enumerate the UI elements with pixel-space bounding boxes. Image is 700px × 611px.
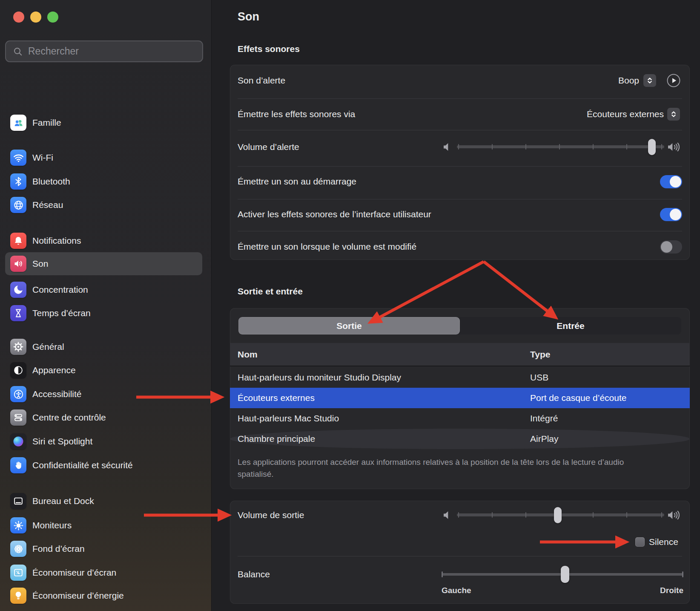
speaker-low-icon: [441, 141, 454, 153]
tab-entree[interactable]: Entrée: [557, 321, 584, 331]
sidebar-item-bluetooth[interactable]: Bluetooth: [0, 170, 202, 193]
output-input-segmented-control: Sortie Entrée: [238, 317, 681, 334]
play-alert-sound-button[interactable]: [667, 74, 680, 87]
sidebar-item-label: Économiseur d’écran: [32, 568, 116, 578]
table-row-studio-display[interactable]: Haut-parleurs du moniteur Studio Display…: [230, 367, 690, 388]
device-name: Haut-parleurs Mac Studio: [238, 413, 339, 424]
speaker-loud-icon: [667, 141, 684, 153]
sidebar-item-temps-ecran[interactable]: Temps d’écran: [0, 302, 202, 325]
sidebar-item-label: Famille: [32, 118, 61, 128]
sidebar-item-fond-ecran[interactable]: Fond d’écran: [0, 537, 202, 560]
sidebar-item-label: Apparence: [32, 365, 76, 375]
volume-de-sortie-label: Volume de sortie: [238, 510, 304, 520]
separator: [238, 98, 682, 99]
column-header-type: Type: [530, 349, 550, 360]
silence-checkbox[interactable]: [635, 537, 645, 547]
separator: [238, 231, 682, 231]
bulb-icon: [10, 588, 26, 604]
toggles-icon: [10, 409, 26, 426]
sidebar-item-siri-spotlight[interactable]: Siri et Spotlight: [0, 430, 202, 453]
search-icon: [13, 46, 23, 57]
separator: [238, 199, 682, 199]
output-volume-slider-thumb[interactable]: [554, 507, 562, 523]
sidebar-item-centre-controle[interactable]: Centre de contrôle: [0, 406, 202, 429]
sidebar-item-confidentialite[interactable]: Confidentialité et sécurité: [0, 454, 202, 477]
separator: [238, 166, 682, 167]
balance-slider-thumb[interactable]: [561, 566, 569, 583]
spatial-audio-footnote: Les applications pourront accéder aux in…: [238, 456, 636, 480]
accessibility-icon: [10, 386, 26, 402]
alert-sound-stepper[interactable]: [643, 74, 656, 87]
device-name: Haut-parleurs du moniteur Studio Display: [238, 372, 401, 383]
speaker-loud-icon: [667, 509, 684, 522]
device-type: USB: [530, 372, 548, 383]
sidebar: Rechercher Famille Wi-Fi Bluetooth: [0, 0, 212, 611]
table-row-mac-studio[interactable]: Haut-parleurs Mac Studio Intégré: [230, 408, 690, 429]
sidebar-item-economiseur-energie[interactable]: Économiseur d’énergie: [0, 584, 202, 607]
device-type: AirPlay: [530, 434, 559, 444]
sidebar-item-son[interactable]: Son: [5, 252, 202, 275]
table-header-row: Nom Type: [230, 343, 690, 366]
sidebar-item-accessibilite[interactable]: Accessibilité: [0, 383, 202, 406]
sidebar-item-reseau[interactable]: Réseau: [0, 193, 202, 216]
hand-icon: [10, 457, 26, 473]
sidebar-item-apparence[interactable]: Apparence: [0, 359, 202, 382]
sidebar-item-label: Réseau: [32, 200, 63, 210]
family-icon: [10, 115, 26, 131]
table-row-ecouteurs-externes[interactable]: Écouteurs externes Port de casque d’écou…: [230, 388, 690, 408]
tab-sortie[interactable]: Sortie: [336, 321, 362, 331]
balance-slider[interactable]: [442, 573, 683, 576]
sidebar-item-concentration[interactable]: Concentration: [0, 278, 202, 301]
sidebar-item-famille[interactable]: Famille: [0, 111, 202, 134]
alert-volume-slider[interactable]: [457, 145, 664, 148]
sidebar-item-wifi[interactable]: Wi-Fi: [0, 146, 202, 169]
sidebar-item-label: Accessibilité: [32, 389, 82, 399]
sidebar-item-moniteurs[interactable]: Moniteurs: [0, 514, 202, 537]
table-row-chambre-principale[interactable]: Chambre principale AirPlay: [230, 429, 690, 449]
arrow-to-entree-tab: [484, 262, 548, 312]
sidebar-item-notifications[interactable]: Notifications: [0, 229, 202, 252]
moon-icon: [10, 282, 26, 298]
rosette-icon: [10, 541, 26, 557]
section-heading-effets-sonores: Effets sonores: [238, 44, 300, 54]
sidebar-item-economiseur-ecran[interactable]: Économiseur d’écran: [0, 561, 202, 584]
startup-sound-toggle[interactable]: [660, 175, 682, 188]
minimize-window-button[interactable]: [30, 12, 41, 23]
sidebar-item-label: Économiseur d’énergie: [32, 591, 124, 601]
output-volume-slider[interactable]: [457, 513, 664, 516]
bell-icon: [10, 233, 26, 249]
route-label: Émettre les effets sonores via: [238, 109, 355, 119]
search-placeholder: Rechercher: [28, 46, 79, 57]
volume-change-sound-toggle[interactable]: [660, 240, 682, 254]
ui-sound-effects-toggle[interactable]: [660, 208, 682, 221]
separator: [238, 130, 682, 130]
wifi-icon: [10, 150, 26, 166]
route-value: Écouteurs externes: [587, 109, 664, 119]
sidebar-item-label: Général: [32, 342, 64, 352]
route-stepper[interactable]: [667, 108, 680, 121]
sidebar-item-general[interactable]: Général: [0, 335, 202, 358]
speaker-low-icon: [441, 509, 454, 522]
sortie-entree-card: Sortie Entrée Nom Type Haut-parleurs du …: [230, 308, 690, 489]
balance-right-label: Droite: [660, 586, 683, 595]
sidebar-item-label: Bureau et Dock: [32, 496, 94, 506]
sidebar-item-bureau-dock[interactable]: Bureau et Dock: [0, 490, 202, 513]
search-input[interactable]: Rechercher: [5, 40, 203, 62]
zoom-window-button[interactable]: [47, 12, 58, 23]
alert-volume-label: Volume d’alerte: [238, 142, 299, 152]
sun-icon: [10, 517, 26, 533]
device-name: Chambre principale: [238, 434, 315, 444]
alert-volume-slider-thumb[interactable]: [648, 139, 656, 155]
screensaver-icon: [10, 565, 26, 581]
sidebar-item-label: Moniteurs: [32, 520, 72, 530]
sidebar-item-label: Notifications: [32, 236, 81, 246]
sidebar-item-label: Centre de contrôle: [32, 412, 106, 423]
device-type: Intégré: [530, 413, 558, 424]
device-name: Écouteurs externes: [238, 393, 315, 403]
contrast-icon: [10, 362, 26, 378]
siri-orb-icon: [10, 433, 26, 450]
sidebar-item-label: Fond d’écran: [32, 544, 85, 554]
close-window-button[interactable]: [13, 12, 24, 23]
system-settings-window: Rechercher Famille Wi-Fi Bluetooth: [0, 0, 700, 611]
volume-change-sound-label: Émettre un son lorsque le volume est mod…: [238, 242, 416, 252]
